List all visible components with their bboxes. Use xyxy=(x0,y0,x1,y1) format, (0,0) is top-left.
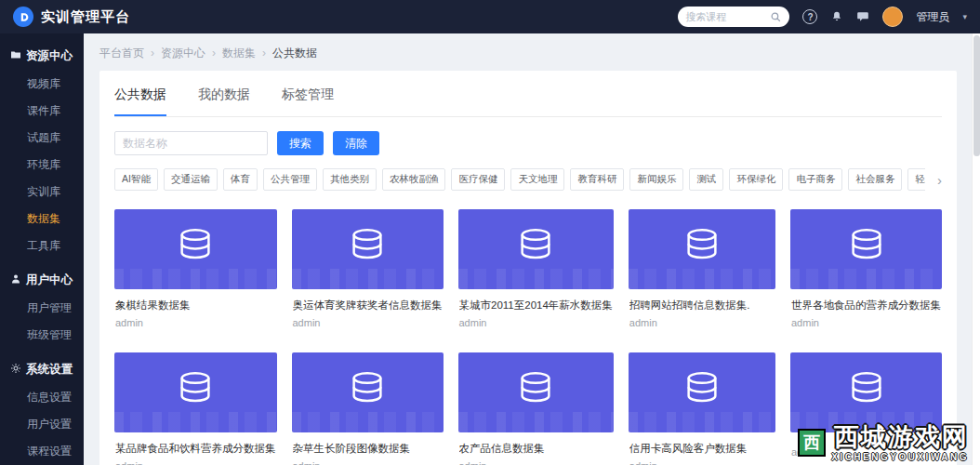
tab-bar: 公共数据 我的数据 标签管理 xyxy=(114,71,942,117)
breadcrumb-resources[interactable]: 资源中心 xyxy=(144,46,205,61)
sidebar-section-settings-header[interactable]: 系统设置 xyxy=(0,355,84,384)
scrollbar[interactable] xyxy=(972,33,980,465)
header-search-input[interactable] xyxy=(685,11,770,22)
tag-item[interactable]: 新闻娱乐 xyxy=(629,168,683,191)
dataset-card[interactable]: 世界各地食品的营养成分数据集 admin xyxy=(790,209,942,328)
dataset-banner xyxy=(790,209,942,289)
dataset-title: 某品牌食品和饮料营养成分数据集 xyxy=(115,442,276,456)
dataset-card[interactable]: 某品牌食品和饮料营养成分数据集 admin xyxy=(114,352,277,465)
top-bar: 实训管理平台 ? 管理员 ▾ xyxy=(0,0,980,33)
tag-item[interactable]: 环保绿化 xyxy=(729,168,783,191)
dataset-banner xyxy=(629,209,775,289)
dataset-card[interactable]: 某城市2011至2014年薪水数据集 admin xyxy=(458,209,614,328)
dataset-author: admin xyxy=(791,317,941,328)
dataset-card[interactable]: 农产品信息数据集 admin xyxy=(458,352,614,465)
clear-button[interactable]: 清除 xyxy=(333,131,379,155)
breadcrumb-dataset[interactable]: 数据集 xyxy=(205,46,256,61)
sidebar-item-training-library[interactable]: 实训库 xyxy=(0,179,84,206)
dataset-title: 某城市2011至2014年薪水数据集 xyxy=(459,299,613,312)
user-avatar[interactable] xyxy=(882,7,903,27)
tag-item[interactable]: 其他类别 xyxy=(323,168,377,191)
sidebar-item-question-bank[interactable]: 试题库 xyxy=(0,125,84,152)
tag-filter-bar: AI智能 交通运输 体育 公共管理 其他类别 农林牧副渔 医疗保健 天文地理 教… xyxy=(114,168,942,191)
dataset-card[interactable]: 信用卡高风险客户数据集 admin xyxy=(629,352,775,465)
app-title: 实训管理平台 xyxy=(41,8,130,26)
dataset-card[interactable]: 招聘网站招聘信息数据集. admin xyxy=(629,209,775,328)
dataset-banner xyxy=(114,352,277,432)
sidebar-section-users: 用户中心 用户管理 班级管理 xyxy=(0,266,84,349)
breadcrumb: 平台首页 资源中心 数据集 公共数据 xyxy=(84,33,972,61)
header-search[interactable] xyxy=(678,7,789,27)
database-icon xyxy=(346,227,389,272)
dataset-title: 农产品信息数据集 xyxy=(459,442,613,456)
tags-next-icon[interactable]: › xyxy=(925,172,942,188)
search-button[interactable]: 搜索 xyxy=(277,131,324,155)
tag-item[interactable]: 医疗保健 xyxy=(451,168,505,191)
dataset-banner xyxy=(292,209,444,289)
scrollbar-thumb[interactable] xyxy=(973,35,980,156)
chevron-down-icon[interactable]: ▾ xyxy=(962,12,967,21)
help-icon[interactable]: ? xyxy=(802,9,817,24)
sidebar-item-dataset[interactable]: 数据集 xyxy=(0,206,84,232)
dataset-card[interactable]: 象棋结果数据集 admin xyxy=(114,209,277,328)
dataset-card[interactable]: 杂草生长阶段图像数据集 admin xyxy=(292,352,444,465)
dataset-title: 奥运体育奖牌获奖者信息数据集 xyxy=(293,299,443,312)
dataset-card[interactable]: 奥运体育奖牌获奖者信息数据集 admin xyxy=(292,209,444,328)
tab-my-data[interactable]: 我的数据 xyxy=(198,86,250,116)
tag-item[interactable]: 交通运输 xyxy=(164,168,218,191)
tag-list: AI智能 交通运输 体育 公共管理 其他类别 农林牧副渔 医疗保健 天文地理 教… xyxy=(114,168,925,191)
database-icon xyxy=(845,227,888,272)
sidebar-item-course-settings[interactable]: 课程设置 xyxy=(0,438,84,465)
tag-item[interactable]: 电子商务 xyxy=(788,168,842,191)
tab-public-data[interactable]: 公共数据 xyxy=(114,86,166,116)
tab-tag-management[interactable]: 标签管理 xyxy=(282,86,334,116)
tag-item[interactable]: 农林牧副渔 xyxy=(382,168,446,191)
tag-item[interactable]: 天文地理 xyxy=(510,168,564,191)
sidebar-section-resources: 资源中心 视频库 课件库 试题库 环境库 实训库 数据集 工具库 xyxy=(0,42,84,259)
user-name[interactable]: 管理员 xyxy=(916,9,949,25)
dataset-title: 象棋结果数据集 xyxy=(115,299,276,312)
tag-item[interactable]: 社会服务 xyxy=(848,168,902,191)
dataset-author: admin xyxy=(293,317,443,328)
tag-item[interactable]: 教育科研 xyxy=(570,168,624,191)
sidebar-item-video-library[interactable]: 视频库 xyxy=(0,71,84,98)
tag-item[interactable]: AI智能 xyxy=(114,168,158,191)
breadcrumb-home[interactable]: 平台首页 xyxy=(99,46,144,61)
search-icon[interactable] xyxy=(770,11,782,23)
sidebar: 资源中心 视频库 课件库 试题库 环境库 实训库 数据集 工具库 用户中心 用户… xyxy=(0,33,84,465)
database-icon xyxy=(681,370,723,415)
sidebar-item-user-settings[interactable]: 用户设置 xyxy=(0,411,84,438)
dataset-card[interactable]: admin xyxy=(790,352,942,465)
user-icon xyxy=(10,273,21,287)
sidebar-item-class-management[interactable]: 班级管理 xyxy=(0,322,84,349)
sidebar-item-user-management[interactable]: 用户管理 xyxy=(0,295,84,322)
dataset-title: 杂草生长阶段图像数据集 xyxy=(293,442,443,456)
dataset-banner xyxy=(458,352,614,432)
sidebar-item-info-settings[interactable]: 信息设置 xyxy=(0,384,84,411)
dataset-author: admin xyxy=(115,317,276,328)
notification-bell-icon[interactable] xyxy=(830,10,843,23)
sidebar-item-courseware-library[interactable]: 课件库 xyxy=(0,98,84,125)
dataset-title: 世界各地食品的营养成分数据集 xyxy=(791,299,941,312)
dataset-name-input[interactable] xyxy=(114,131,268,155)
sidebar-item-tool-library[interactable]: 工具库 xyxy=(0,232,84,259)
database-icon xyxy=(845,370,888,415)
dataset-banner xyxy=(790,352,942,432)
tag-item[interactable]: 测试 xyxy=(689,168,723,191)
message-icon[interactable] xyxy=(856,10,869,23)
sidebar-section-settings: 系统设置 信息设置 用户设置 课程设置 报表管理 日志管理 xyxy=(0,355,84,465)
database-icon xyxy=(174,370,217,415)
dataset-title: 信用卡高风险客户数据集 xyxy=(629,442,775,456)
sidebar-section-resources-header[interactable]: 资源中心 xyxy=(0,42,84,71)
dataset-grid: 象棋结果数据集 admin 奥运体育奖牌获奖者信息数据集 admin 某城市20… xyxy=(114,209,942,465)
content-panel: 公共数据 我的数据 标签管理 搜索 清除 AI智能 交通运输 体育 公共管理 其… xyxy=(99,71,957,465)
tag-item[interactable]: 轻工食品 xyxy=(907,168,925,191)
tag-item[interactable]: 体育 xyxy=(223,168,258,191)
dataset-author: admin xyxy=(629,460,775,465)
tag-item[interactable]: 公共管理 xyxy=(263,168,317,191)
sidebar-item-environment-library[interactable]: 环境库 xyxy=(0,152,84,179)
gear-icon xyxy=(10,363,21,377)
database-icon xyxy=(514,227,557,272)
dataset-banner xyxy=(114,209,277,289)
sidebar-section-users-header[interactable]: 用户中心 xyxy=(0,266,84,295)
